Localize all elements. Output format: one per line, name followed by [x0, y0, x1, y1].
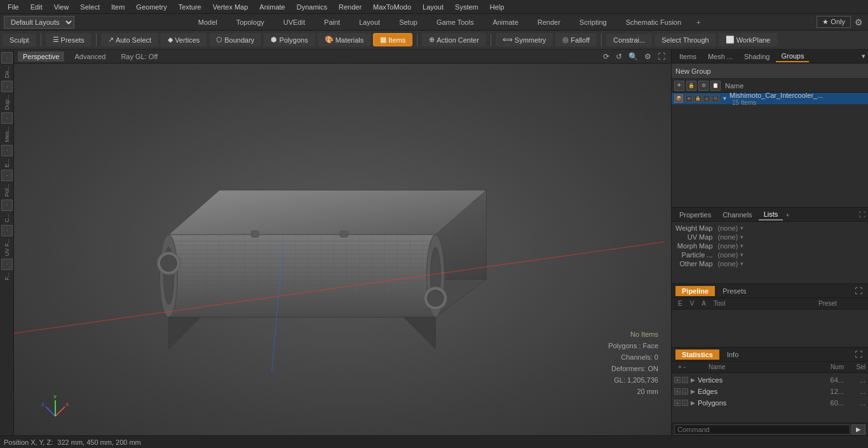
tab-channels[interactable]: Channels [717, 210, 757, 220]
vp-advanced-tab[interactable]: Advanced [69, 51, 111, 62]
polygons-button[interactable]: ⬢ Polygons [264, 33, 315, 46]
select-through-button[interactable]: Select Through [654, 34, 715, 46]
materials-button[interactable]: 🎨 Materials [318, 33, 371, 46]
vp-rotate-icon[interactable]: ⟳ [601, 52, 611, 61]
gr-ctrl-settings[interactable]: ⚙ [712, 95, 719, 102]
group-row-intercooler[interactable]: 📦 👁 🔒 A ⚙ ▼ Mishimoto_Car_Intercooler_..… [672, 93, 868, 104]
particle-dropdown[interactable]: ▾ [740, 252, 743, 258]
left-tool-8[interactable]: ⬝ [1, 259, 13, 270]
stat-plus-edges[interactable]: + [674, 388, 681, 395]
menu-vertex-map[interactable]: Vertex Map [208, 2, 254, 12]
stat-minus-edges[interactable]: - [682, 388, 688, 395]
new-group-button[interactable]: New Group [675, 67, 711, 75]
left-tool-6[interactable]: ⬝ [1, 200, 13, 211]
other-map-value[interactable]: (none) ▾ [718, 260, 865, 268]
symmetry-button[interactable]: ⟺ Symmetry [496, 33, 553, 46]
workplane-button[interactable]: ⬜ WorkPlane [719, 33, 778, 46]
info-tab[interactable]: Info [722, 350, 743, 360]
menu-layout[interactable]: Layout [417, 2, 449, 12]
menu-view[interactable]: View [49, 2, 74, 12]
left-tool-3[interactable]: ⬝ [1, 112, 13, 124]
add-layout-tab[interactable]: + [691, 17, 705, 28]
gt-copy-icon[interactable]: 📋 [710, 81, 721, 91]
menu-select[interactable]: Select [75, 2, 105, 12]
menu-geometry[interactable]: Geometry [131, 2, 172, 12]
lists-expand-icon[interactable]: ⛶ [859, 211, 865, 218]
tab-setup[interactable]: Setup [390, 17, 426, 28]
morph-map-value[interactable]: (none) ▾ [718, 242, 865, 250]
menu-help[interactable]: Help [485, 2, 510, 12]
groups-list[interactable]: 📦 👁 🔒 A ⚙ ▼ Mishimoto_Car_Intercooler_..… [672, 93, 868, 207]
left-tool-1[interactable]: ⬝ [1, 52, 13, 64]
uv-map-value[interactable]: (none) ▾ [718, 233, 865, 241]
tab-render[interactable]: Render [529, 17, 569, 28]
vp-perspective-tab[interactable]: Perspective [18, 51, 64, 62]
tab-shading[interactable]: Shading [739, 51, 775, 62]
menu-edit[interactable]: Edit [25, 2, 48, 12]
stat-expand-vertices[interactable]: ▶ [691, 377, 695, 383]
left-tool-7[interactable]: ⬝ [1, 225, 13, 236]
tab-model[interactable]: Model [189, 17, 226, 28]
tab-properties[interactable]: Properties [674, 210, 716, 220]
left-tool-2[interactable]: ⬝ [1, 81, 13, 92]
uv-map-dropdown[interactable]: ▾ [740, 234, 743, 240]
weight-map-dropdown[interactable]: ▾ [740, 225, 743, 231]
presets-button[interactable]: ☰ Presets [46, 33, 92, 46]
pipeline-presets-button[interactable]: Presets [717, 286, 751, 296]
other-map-dropdown[interactable]: ▾ [740, 261, 743, 267]
vp-zoom-icon[interactable]: 🔍 [627, 52, 640, 61]
tab-topology[interactable]: Topology [227, 17, 273, 28]
gr-ctrl-eye[interactable]: 👁 [685, 95, 693, 102]
menu-dynamics[interactable]: Dynamics [292, 2, 332, 12]
command-go-button[interactable]: ▶ [851, 424, 865, 435]
vp-reset-icon[interactable]: ↺ [614, 52, 624, 61]
command-input[interactable] [674, 424, 850, 435]
vp-raygl-tab[interactable]: Ray GL: Off [116, 51, 163, 62]
gt-settings-icon[interactable]: ⚙ [698, 81, 709, 91]
menu-render[interactable]: Render [334, 2, 367, 12]
menu-texture[interactable]: Texture [173, 2, 207, 12]
weight-map-value[interactable]: (none) ▾ [718, 224, 865, 232]
tab-scripting[interactable]: Scripting [571, 17, 616, 28]
tab-mesh[interactable]: Mesh ... [703, 51, 738, 62]
gr-ctrl-lock[interactable]: 🔒 [694, 95, 702, 102]
statistics-expand-icon[interactable]: ⛶ [853, 350, 864, 359]
stat-minus-vertices[interactable]: - [682, 377, 688, 383]
gt-lock-icon[interactable]: 🔒 [686, 81, 696, 91]
vp-settings-icon[interactable]: ⚙ [642, 52, 653, 61]
tab-layout[interactable]: Layout [350, 17, 389, 28]
settings-icon[interactable]: ⚙ [855, 17, 863, 27]
vertices-button[interactable]: ◆ Vertices [161, 33, 207, 46]
tab-schematic-fusion[interactable]: Schematic Fusion [617, 17, 690, 28]
viewport-canvas[interactable]: X Z Y No Items Polygons : Face Channels:… [14, 64, 671, 435]
particle-value[interactable]: (none) ▾ [718, 251, 865, 259]
left-tool-5[interactable]: ⬝ [1, 170, 13, 181]
menu-file[interactable]: File [3, 2, 24, 12]
tab-animate[interactable]: Animate [484, 17, 527, 28]
gr-expand-icon[interactable]: ▼ [722, 95, 728, 102]
only-button[interactable]: ★ Only [817, 16, 851, 28]
tab-items[interactable]: Items [674, 51, 702, 62]
tab-groups[interactable]: Groups [776, 51, 809, 62]
stat-plus-vertices[interactable]: + [674, 377, 681, 383]
tab-game-tools[interactable]: Game Tools [428, 17, 483, 28]
menu-animate[interactable]: Animate [254, 2, 290, 12]
action-center-button[interactable]: ⊕ Action Center [422, 33, 486, 46]
groups-dropdown-icon[interactable]: ▾ [862, 52, 865, 60]
stat-expand-polygons[interactable]: ▶ [691, 400, 695, 406]
left-tool-4[interactable]: ⬝ [1, 145, 13, 156]
stat-expand-edges[interactable]: ▶ [691, 388, 695, 395]
lists-tab-add[interactable]: + [785, 211, 789, 219]
menu-item[interactable]: Item [106, 2, 130, 12]
constraints-button[interactable]: Constrai... [606, 34, 652, 46]
boundary-button[interactable]: ⬡ Boundary [209, 33, 261, 46]
pipeline-expand-icon[interactable]: ⛶ [853, 287, 864, 295]
falloff-button[interactable]: ◎ Falloff [555, 33, 597, 46]
gr-ctrl-a[interactable]: A [703, 95, 710, 102]
tab-paint[interactable]: Paint [315, 17, 349, 28]
viewport[interactable]: Perspective Advanced Ray GL: Off ⟳ ↺ 🔍 ⚙… [14, 50, 671, 435]
gt-eye-icon[interactable]: 👁 [674, 81, 684, 91]
stat-plus-polygons[interactable]: + [674, 400, 681, 406]
tab-uvedit[interactable]: UVEdit [275, 17, 314, 28]
sculpt-button[interactable]: Sculpt [3, 34, 36, 46]
